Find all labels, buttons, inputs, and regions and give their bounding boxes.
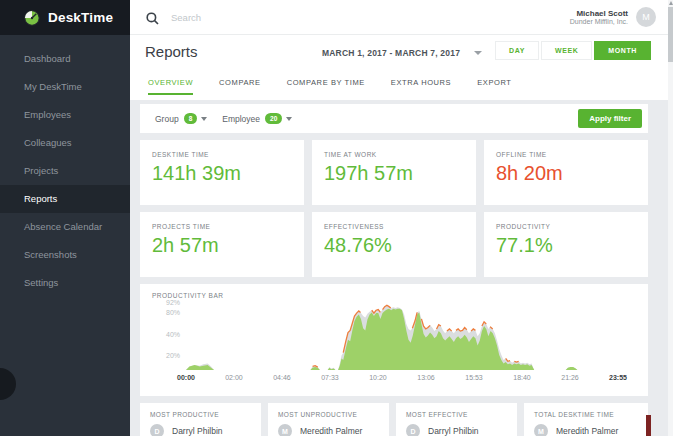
productivity-area-chart (186, 298, 618, 370)
leader-name[interactable]: Darryl Philbin (172, 426, 223, 436)
x-axis-tick: 02:00 (225, 374, 243, 381)
tab-compare-by-time[interactable]: COMPARE BY TIME (287, 78, 365, 95)
chevron-down-icon (201, 117, 207, 121)
sidebar-item-my-desktime[interactable]: My DeskTime (0, 73, 130, 101)
page-title: Reports (145, 43, 198, 60)
leader-card-most-productive: MOST PRODUCTIVE D Darryl Philbin (140, 403, 261, 436)
chevron-down-icon (286, 117, 292, 121)
leader-row: D Darryl Philbin (150, 424, 261, 436)
reports-header: Reports MARCH 1, 2017 - MARCH 7, 2017 ‹ … (130, 35, 668, 100)
sidebar-item-colleagues[interactable]: Colleagues (0, 129, 130, 157)
date-range[interactable]: MARCH 1, 2017 - MARCH 7, 2017 (322, 48, 460, 58)
stat-value: 2h 57m (152, 234, 304, 257)
stat-value: 197h 57m (324, 162, 476, 185)
sidebar-item-dashboard[interactable]: Dashboard (0, 45, 130, 73)
leader-label: TOTAL DESKTIME TIME (534, 411, 648, 418)
leader-row: M Meredith Palmer (534, 424, 648, 436)
productivity-bar-card: PRODUCTIVITY BAR 92% 80% 40% 20% 00:00 0… (140, 284, 648, 396)
leader-row: D Darryl Philbin (406, 424, 517, 436)
leader-name[interactable]: Meredith Palmer (300, 426, 362, 436)
y-axis-tick: 20% (148, 352, 180, 359)
sidebar-nav: Dashboard My DeskTime Employees Colleagu… (0, 35, 130, 297)
stat-label: OFFLINE TIME (496, 151, 648, 158)
leader-name[interactable]: Meredith Palmer (556, 426, 618, 436)
stat-card-effectiveness: EFFECTIVENESS 48.76% (312, 212, 476, 277)
x-axis: 00:00 02:00 04:46 07:33 10:20 13:06 15:5… (186, 374, 618, 384)
view-button-week[interactable]: WEEK (541, 41, 592, 60)
leader-name[interactable]: Darryl Philbin (428, 426, 479, 436)
stat-value: 8h 20m (496, 162, 648, 185)
leader-card-most-effective: MOST EFFECTIVE D Darryl Philbin (396, 403, 517, 436)
report-tabs: OVERVIEW COMPARE COMPARE BY TIME EXTRA H… (148, 78, 538, 95)
avatar: D (406, 424, 420, 436)
brand-name: DeskTime (48, 10, 113, 25)
stat-card-time-at-work: TIME AT WORK 197h 57m (312, 140, 476, 205)
employee-filter-label: Employee (222, 114, 260, 124)
series-unproductive-time-segment (514, 361, 518, 362)
employee-filter-dropdown[interactable]: Employee 20 (222, 113, 292, 124)
tab-export[interactable]: EXPORT (477, 78, 511, 95)
x-axis-tick: 13:06 (417, 374, 435, 381)
sidebar-item-projects[interactable]: Projects (0, 157, 130, 185)
red-widget-fragment (646, 415, 651, 436)
tab-compare[interactable]: COMPARE (219, 78, 261, 95)
apply-filter-button[interactable]: Apply filter (578, 109, 642, 128)
stat-value: 48.76% (324, 234, 476, 257)
y-axis-tick: 92% (148, 299, 180, 306)
sidebar: DeskTime Dashboard My DeskTime Employees… (0, 0, 130, 436)
logo[interactable]: DeskTime (0, 0, 130, 35)
stat-label: TIME AT WORK (324, 151, 476, 158)
sidebar-item-screenshots[interactable]: Screenshots (0, 241, 130, 269)
group-count-badge: 8 (184, 113, 198, 124)
x-axis-tick: 18:40 (513, 374, 531, 381)
view-button-month[interactable]: MONTH (594, 41, 651, 60)
stat-label: DESKTIME TIME (152, 151, 304, 158)
tab-overview[interactable]: OVERVIEW (148, 78, 193, 95)
stat-label: PROJECTS TIME (152, 223, 304, 230)
desktime-app: DeskTime Dashboard My DeskTime Employees… (0, 0, 673, 436)
series-productive-time (186, 309, 618, 370)
sidebar-item-absence-calendar[interactable]: Absence Calendar (0, 213, 130, 241)
x-axis-tick: 10:20 (369, 374, 387, 381)
filter-bar: Group 8 Employee 20 Apply filter (140, 104, 648, 133)
sidebar-item-reports[interactable]: Reports (0, 185, 130, 213)
avatar: D (150, 424, 164, 436)
x-axis-tick: 21:26 (561, 374, 579, 381)
view-button-day[interactable]: DAY (495, 41, 539, 60)
scrollbar-thumb[interactable] (668, 7, 673, 62)
leader-label: MOST UNPRODUCTIVE (278, 411, 389, 418)
topbar: Michael Scott Dunder Mifflin, Inc. M (130, 0, 668, 35)
view-switcher: DAY WEEK MONTH (493, 41, 651, 60)
leader-label: MOST EFFECTIVE (406, 411, 517, 418)
group-filter-dropdown[interactable]: Group 8 (155, 113, 207, 124)
sidebar-item-employees[interactable]: Employees (0, 101, 130, 129)
stat-card-offline-time: OFFLINE TIME 8h 20m (484, 140, 648, 205)
group-filter-label: Group (155, 114, 179, 124)
chat-bubble-button[interactable] (0, 368, 16, 400)
stat-card-projects-time: PROJECTS TIME 2h 57m (140, 212, 304, 277)
x-axis-tick: 15:53 (465, 374, 483, 381)
page-scrollbar[interactable] (668, 0, 673, 436)
chevron-down-icon[interactable] (474, 51, 482, 55)
avatar: M (534, 424, 548, 436)
leader-card-total-desktime-time: TOTAL DESKTIME TIME M Meredith Palmer (524, 403, 648, 436)
x-axis-tick: 07:33 (321, 374, 339, 381)
user-avatar[interactable]: M (636, 7, 656, 27)
leader-label: MOST PRODUCTIVE (150, 411, 261, 418)
desktime-gauge-icon (24, 10, 40, 26)
tab-extra-hours[interactable]: EXTRA HOURS (391, 78, 451, 95)
user-company: Dunder Mifflin, Inc. (570, 18, 628, 25)
stat-value: 141h 39m (152, 162, 304, 185)
stat-card-productivity: PRODUCTIVITY 77.1% (484, 212, 648, 277)
search-input[interactable] (171, 12, 391, 23)
scroll-up-icon[interactable] (669, 1, 673, 5)
user-menu[interactable]: Michael Scott Dunder Mifflin, Inc. (570, 9, 628, 25)
user-name: Michael Scott (570, 9, 628, 18)
x-axis-tick: 00:00 (177, 374, 195, 381)
stat-label: PRODUCTIVITY (496, 223, 648, 230)
search-icon[interactable] (146, 11, 159, 24)
x-axis-tick: 04:46 (273, 374, 291, 381)
sidebar-item-settings[interactable]: Settings (0, 269, 130, 297)
x-axis-tick: 23:55 (609, 374, 627, 381)
stat-value: 77.1% (496, 234, 648, 257)
